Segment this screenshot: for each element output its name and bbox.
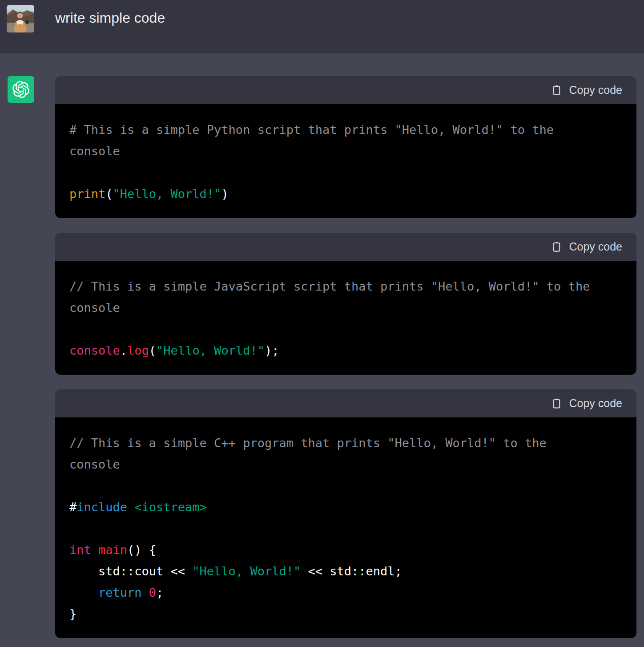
clipboard-icon xyxy=(551,84,563,96)
clipboard-icon xyxy=(551,241,563,253)
code-line xyxy=(69,319,622,340)
user-photo xyxy=(7,5,34,32)
code-content: // This is a simple JavaScript script th… xyxy=(55,261,636,375)
code-line: return 0; xyxy=(69,582,622,603)
code-line xyxy=(69,475,622,497)
code-block-header: Copy code xyxy=(55,233,636,261)
code-block-cpp: Copy code // This is a simple C++ progra… xyxy=(55,389,636,638)
code-line: console xyxy=(69,141,622,162)
code-line: #include <iostream> xyxy=(69,497,622,518)
code-block-javascript: Copy code // This is a simple JavaScript… xyxy=(55,233,636,375)
code-line: // This is a simple JavaScript script th… xyxy=(69,276,622,297)
code-block-header: Copy code xyxy=(55,389,636,417)
code-line xyxy=(69,162,622,183)
code-block-header: Copy code xyxy=(55,76,636,104)
user-avatar xyxy=(7,5,34,32)
code-block-python: Copy code # This is a simple Python scri… xyxy=(55,76,636,218)
assistant-message-row: Copy code # This is a simple Python scri… xyxy=(0,53,644,647)
code-line: console xyxy=(69,297,622,319)
copy-code-label: Copy code xyxy=(569,397,622,410)
code-line: print("Hello, World!") xyxy=(69,183,622,205)
clipboard-icon xyxy=(551,397,563,409)
user-message-text: write simple code xyxy=(55,9,165,27)
copy-code-button[interactable]: Copy code xyxy=(551,240,622,253)
copy-code-button[interactable]: Copy code xyxy=(551,84,622,97)
code-line: } xyxy=(69,603,622,625)
code-line xyxy=(69,518,622,539)
code-content: // This is a simple C++ program that pri… xyxy=(55,417,636,638)
copy-code-label: Copy code xyxy=(569,84,622,97)
user-message-row: write simple code xyxy=(0,0,644,53)
copy-code-button[interactable]: Copy code xyxy=(551,397,622,410)
code-line: std::cout << "Hello, World!" << std::end… xyxy=(69,561,622,582)
assistant-content: Copy code # This is a simple Python scri… xyxy=(55,76,636,638)
chatgpt-avatar xyxy=(8,76,34,103)
code-line: console xyxy=(69,454,622,475)
code-line: int main() { xyxy=(69,539,622,561)
code-content: # This is a simple Python script that pr… xyxy=(55,104,636,218)
code-line: # This is a simple Python script that pr… xyxy=(69,119,622,141)
code-line: // This is a simple C++ program that pri… xyxy=(69,433,622,454)
code-line: console.log("Hello, World!"); xyxy=(69,340,622,361)
copy-code-label: Copy code xyxy=(569,240,622,253)
openai-logo-icon xyxy=(12,81,29,98)
